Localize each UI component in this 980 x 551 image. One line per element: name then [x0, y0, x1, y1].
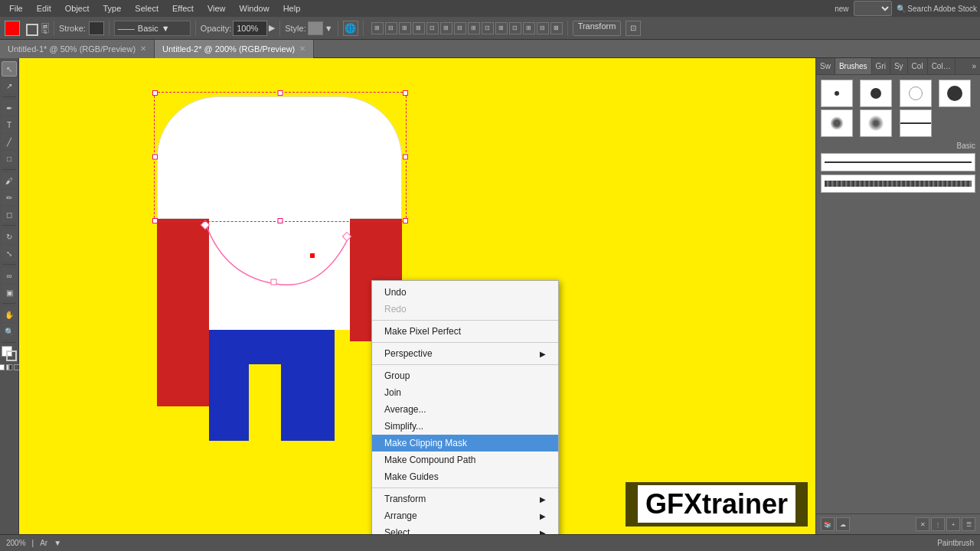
ctx-undo[interactable]: Undo [372, 284, 558, 301]
hand-tool[interactable]: ✋ [2, 307, 17, 322]
brush-cell-3[interactable] [900, 80, 932, 107]
ctx-make-guides[interactable]: Make Guides [372, 468, 558, 485]
tab-untitled2[interactable]: Untitled-2* @ 200% (RGB/Preview) ✕ [155, 40, 314, 58]
rp-delete-icon[interactable]: ✕ [916, 517, 929, 531]
brush-cell-2[interactable] [860, 80, 892, 107]
brush-cell-4[interactable] [939, 80, 971, 107]
rp-panel-more[interactable]: » [968, 60, 980, 72]
menu-window[interactable]: Window [234, 2, 276, 15]
brush-cell-6[interactable] [860, 109, 892, 137]
ctx-join[interactable]: Join [372, 384, 558, 401]
brush-cell-5[interactable] [821, 109, 853, 137]
stroke-indicator[interactable] [23, 21, 38, 36]
brush-cell-1[interactable] [821, 80, 853, 107]
menu-view[interactable]: View [201, 2, 232, 15]
ctx-arrange[interactable]: Arrange ▶ [372, 507, 558, 524]
menu-edit[interactable]: Edit [31, 2, 57, 15]
rp-cloud-icon[interactable]: ☁ [836, 517, 850, 531]
ctx-average-label: Average... [384, 404, 426, 415]
ctx-perspective-arrow: ▶ [540, 350, 546, 358]
stroke-basic-line [825, 161, 972, 163]
eraser-tool[interactable]: ◻ [2, 207, 17, 222]
gradient-color[interactable] [6, 364, 12, 370]
menu-effect[interactable]: Effect [166, 2, 200, 15]
style-swatch[interactable] [308, 21, 323, 35]
selection-tool[interactable]: ↖ [2, 61, 17, 77]
align-left-icon[interactable]: ⊞ [371, 22, 384, 34]
line-tool[interactable]: ╱ [2, 134, 17, 149]
align-a1[interactable]: ⊡ [482, 22, 494, 34]
stroke-weight-control[interactable] [89, 21, 104, 35]
align-a5[interactable]: ⊟ [537, 22, 549, 34]
zoom-tool[interactable]: 🔍 [2, 324, 17, 339]
rp-tab-col1[interactable]: Col [908, 58, 928, 74]
gradient-tool[interactable]: ▣ [2, 285, 17, 300]
dist-h-icon[interactable]: ⊟ [454, 22, 466, 34]
rp-tab-gri[interactable]: Gri [872, 58, 890, 74]
document-tabs: Untitled-1* @ 50% (RGB/Preview) ✕ Untitl… [0, 40, 980, 58]
solid-color[interactable] [0, 364, 5, 370]
globe-icon[interactable]: 🌐 [343, 21, 358, 36]
ctx-simplify[interactable]: Simplify... [372, 418, 558, 435]
tab-untitled2-close[interactable]: ✕ [299, 44, 305, 53]
rp-libraries-icon[interactable]: 📚 [821, 517, 835, 531]
align-a2[interactable]: ⊞ [495, 22, 508, 34]
paintbrush-tool[interactable]: 🖌 [2, 173, 17, 188]
align-bottom-icon[interactable]: ⊞ [440, 22, 452, 34]
left-toolbar: ↖ ↗ ✒ T ╱ □ 🖌 ✏ ◻ ↻ ⤡ ∞ ▣ ✋ 🔍 [0, 58, 19, 534]
ctx-make-compound-path[interactable]: Make Compound Path [372, 452, 558, 468]
ctx-group-label: Group [384, 370, 410, 381]
rotate-tool[interactable]: ↻ [2, 229, 17, 244]
ctx-make-clipping-mask[interactable]: Make Clipping Mask [372, 435, 558, 452]
ctx-average[interactable]: Average... [372, 401, 558, 418]
menu-type[interactable]: Type [97, 2, 128, 15]
brush-cell-7[interactable] [900, 109, 932, 137]
align-a4[interactable]: ⊞ [523, 22, 535, 34]
swap-colors[interactable]: ⇄ ⇅ [41, 23, 49, 33]
transform-button[interactable]: Transform [573, 21, 622, 36]
tool-name: Paintbrush [937, 539, 974, 547]
rp-tab-col2[interactable]: Col… [928, 58, 956, 74]
pen-tool[interactable]: ✒ [2, 100, 17, 116]
workspace-selector[interactable] [854, 1, 892, 16]
rp-menu-icon[interactable]: ☰ [962, 517, 975, 531]
shape-tool[interactable]: □ [2, 151, 17, 166]
rp-tab-sw[interactable]: Sw [816, 58, 835, 74]
tab-untitled1[interactable]: Untitled-1* @ 50% (RGB/Preview) ✕ [0, 40, 155, 58]
type-tool[interactable]: T [2, 117, 17, 132]
ctx-select[interactable]: Select ▶ [372, 524, 558, 534]
direct-selection-tool[interactable]: ↗ [2, 78, 17, 93]
align-a6[interactable]: ⊠ [550, 22, 563, 34]
opacity-input[interactable] [233, 21, 267, 36]
align-center-v-icon[interactable]: ⊡ [426, 22, 439, 34]
menu-select[interactable]: Select [129, 2, 165, 15]
style-arrow[interactable]: ▼ [325, 24, 333, 33]
ctx-transform[interactable]: Transform ▶ [372, 491, 558, 507]
rp-add-icon[interactable]: + [946, 517, 960, 531]
menu-help[interactable]: Help [277, 2, 307, 15]
ctx-sep4 [372, 487, 558, 488]
align-right-icon[interactable]: ⊞ [399, 22, 411, 34]
blend-tool[interactable]: ∞ [2, 268, 17, 283]
canvas-area[interactable]: Undo Redo Make Pixel Perfect Perspective… [19, 58, 815, 534]
ctx-make-pixel-perfect[interactable]: Make Pixel Perfect [372, 323, 558, 340]
brush-selector[interactable]: —— Basic ▼ [114, 21, 191, 36]
align-center-h-icon[interactable]: ⊟ [385, 22, 397, 34]
menu-object[interactable]: Object [59, 2, 96, 15]
transform-more[interactable]: ⊡ [626, 21, 641, 36]
rp-tab-sy[interactable]: Sy [890, 58, 908, 74]
align-top-icon[interactable]: ⊠ [413, 22, 425, 34]
align-a3[interactable]: ⊡ [509, 22, 521, 34]
rp-tab-brushes[interactable]: Brushes [835, 58, 872, 74]
ctx-group[interactable]: Group [372, 367, 558, 384]
ctx-perspective[interactable]: Perspective ▶ [372, 345, 558, 362]
opacity-expand[interactable]: ▶ [269, 23, 275, 33]
tab-untitled1-close[interactable]: ✕ [140, 44, 146, 53]
rp-settings-icon[interactable]: ⋮ [931, 517, 945, 531]
pencil-tool[interactable]: ✏ [2, 190, 17, 205]
menu-file[interactable]: File [3, 2, 29, 15]
fill-stroke-widget[interactable] [2, 346, 17, 361]
fill-swatch[interactable] [5, 21, 20, 36]
dist-v-icon[interactable]: ⊞ [468, 22, 480, 34]
scale-tool[interactable]: ⤡ [2, 246, 17, 261]
